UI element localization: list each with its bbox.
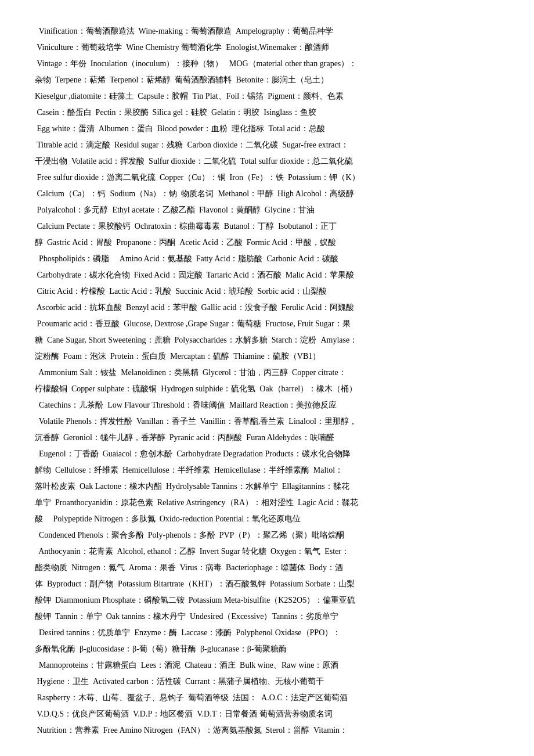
- paragraph-41: Hygiene：卫生 Activated carbon：活性碳 Currant：…: [35, 674, 499, 690]
- paragraph-44: Nutrition：营养素 Free Amino Nitrogen（FAN）：游…: [35, 722, 499, 739]
- paragraph-16: Carbohydrate：碳水化合物 Fixed Acid：固定酸 Tartar…: [35, 267, 499, 283]
- paragraph-4: 杂物 Terpene：萜烯 Terpenol：萜烯醇 葡萄酒酿酒辅料 Beton…: [35, 72, 499, 88]
- paragraph-30: 单宁 Proanthocyanidin：原花色素 Relative Astrin…: [35, 495, 499, 511]
- paragraph-14: 醇 Gastric Acid：胃酸 Propanone：丙酮 Acetic Ac…: [35, 235, 499, 251]
- paragraph-10: Free sulfur dioxide：游离二氧化硫 Copper（Cu）：铜 …: [35, 170, 499, 186]
- paragraph-27: Eugenol：丁香酚 Guaiacol：愈创木酚 Carbohydrate D…: [35, 446, 499, 462]
- paragraph-12: Polyalcohol：多元醇 Ethyl acetate：乙酸乙酯 Flavo…: [35, 202, 499, 218]
- paragraph-15: Phospholipids：磷脂 Amino Acid：氨基酸 Fatty Ac…: [35, 251, 499, 267]
- paragraph-2: Viniculture：葡萄栽培学 Wine Chemistry 葡萄酒化学 E…: [35, 39, 499, 56]
- paragraph-22: Ammonium Salt：铵盐 Melanoidinen：类黑精 Glycer…: [35, 365, 499, 381]
- paragraph-13: Calcium Pectate：果胶酸钙 Ochratoxin：棕曲霉毒素 Bu…: [35, 218, 499, 235]
- paragraph-9: 干浸出物 Volatile acid：挥发酸 Sulfur dioxide：二氧…: [35, 153, 499, 170]
- paragraph-8: Titrable acid：滴定酸 Residul sugar：残糖 Carbo…: [35, 137, 499, 153]
- paragraph-3: Vintage：年份 Inoculation（inoculum）：接种（物） M…: [35, 56, 499, 72]
- text-body: Vinification：葡萄酒酿造法 Wine-making：葡萄酒酿造 Am…: [35, 23, 499, 739]
- paragraph-20: 糖 Cane Sugar, Short Sweetening：蔗糖 Polysa…: [35, 332, 499, 348]
- main-content: Vinification：葡萄酒酿造法 Wine-making：葡萄酒酿造 Am…: [0, 0, 534, 756]
- paragraph-24: Catechins：儿茶酚 Low Flavour Threshold：香味阈值…: [35, 397, 499, 413]
- paragraph-38: Desired tannins：优质单宁 Enzyme：酶 Laccase：漆酶…: [35, 625, 499, 641]
- paragraph-6: Casein：酪蛋白 Pectin：果胶酶 Silica gel：硅胶 Gela…: [35, 105, 499, 121]
- paragraph-40: Mannoproteins：甘露糖蛋白 Lees：酒泥 Chateau：酒庄 B…: [35, 657, 499, 674]
- paragraph-43: V.D.Q.S：优良产区葡萄酒 V.D.P：地区餐酒 V.D.T：日常餐酒 葡萄…: [35, 706, 499, 722]
- paragraph-36: 酸钾 Diammonium Phosphate：磷酸氢二铵 Potassium …: [35, 592, 499, 609]
- paragraph-35: 体 Byproduct：副产物 Potassium Bitartrate（KHT…: [35, 576, 499, 592]
- paragraph-39: 多酚氧化酶 β-glucosidase：β-葡（萄）糖苷酶 β-glucanas…: [35, 641, 499, 657]
- paragraph-33: Anthocyanin：花青素 Alcohol, ethanol：乙醇 Inve…: [35, 543, 499, 560]
- paragraph-11: Calcium（Ca）：钙 Sodium（Na）：钠 物质名词 Methanol…: [35, 186, 499, 202]
- paragraph-19: Pcoumaric acid：香豆酸 Glucose, Dextrose ,Gr…: [35, 316, 499, 332]
- paragraph-7: Egg white：蛋清 Albumen：蛋白 Blood powder：血粉 …: [35, 121, 499, 137]
- paragraph-21: 淀粉酶 Foam：泡沫 Protein：蛋白质 Mercaptan：硫醇 Thi…: [35, 348, 499, 365]
- paragraph-31: 酸 Polypeptide Nitrogen：多肽氮 Oxido-reducti…: [35, 511, 499, 527]
- paragraph-1: Vinification：葡萄酒酿造法 Wine-making：葡萄酒酿造 Am…: [35, 23, 499, 39]
- paragraph-37: 酸钾 Tannin：单宁 Oak tannins：橡木丹宁 Undesired（…: [35, 609, 499, 625]
- paragraph-18: Ascorbic acid：抗坏血酸 Benzyl acid：苯甲酸 Galli…: [35, 300, 499, 316]
- paragraph-25: Volatile Phenols：挥发性酚 Vanillan：香子兰 Vanil…: [35, 413, 499, 430]
- paragraph-34: 酯类物质 Nitrogen：氮气 Aroma：果香 Virus：病毒 Bacte…: [35, 560, 499, 576]
- paragraph-32: Condenced Phenols：聚合多酚 Poly-phenols：多酚 P…: [35, 527, 499, 543]
- paragraph-42: Raspberry：木莓、山莓、覆盆子、悬钩子 葡萄酒等级 法国： A.O.C：…: [35, 690, 499, 706]
- paragraph-5: Kieselgur ,diatomite：硅藻土 Capsule：胶帽 Tin …: [35, 88, 499, 105]
- paragraph-17: Citric Acid：柠檬酸 Lactic Acid：乳酸 Succinic …: [35, 283, 499, 300]
- paragraph-26: 沉香醇 Geroniol：牻牛儿醇，香茅醇 Pyranic acid：丙酮酸 F…: [35, 430, 499, 446]
- paragraph-29: 落叶松皮素 Oak Lactone：橡木内酯 Hydrolysable Tann…: [35, 478, 499, 495]
- paragraph-23: 柠檬酸铜 Copper sulphate：硫酸铜 Hydrogen sulphi…: [35, 381, 499, 397]
- paragraph-28: 解物 Cellulose：纤维素 Hemicellulose：半纤维素 Hemi…: [35, 462, 499, 478]
